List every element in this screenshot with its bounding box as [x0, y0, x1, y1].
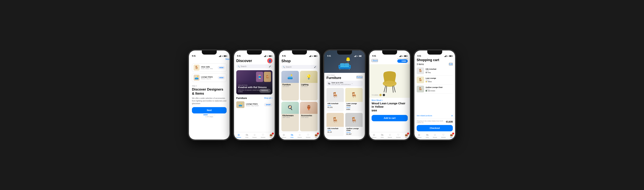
brand-link[interactable]: More Woud > [372, 99, 408, 101]
mic-icon-2: 🎤 [269, 66, 271, 68]
kiki2-chair-img: 🪑 [326, 113, 344, 127]
cart-items-list: 🪑 Kiki Armchair Artek Grey 🪑 [414, 66, 455, 114]
tab-brands-2[interactable]: ☆ Brands [252, 133, 256, 138]
dot-4 [212, 114, 213, 115]
kiki2-brand: Artek [328, 130, 343, 131]
tab-bag-3[interactable]: 👜 2 Bag [314, 133, 318, 138]
outline-name: Outline Lounge Chair [346, 128, 362, 132]
detail-info: More Woud > Woud Lean Lounge Chair in Ye… [369, 98, 410, 114]
designer-name-lounge: Lounge Chairs [201, 76, 216, 78]
time-6: 9:41 [418, 55, 421, 57]
designer-cards: 🪑 Alvar Aalto Artek, Iittala, Vitra VIEW… [192, 63, 226, 82]
view-button-aalto[interactable]: VIEW [218, 66, 225, 69]
show-all-button[interactable]: SHOW ALL [260, 89, 270, 92]
svg-point-5 [384, 81, 395, 86]
bag-badge-2: 2 [272, 133, 274, 134]
tab-wishlist-6[interactable]: ♡ Wishlist [441, 133, 446, 138]
svg-line-3 [386, 86, 387, 92]
tab-brands-5[interactable]: ☆ Brands [388, 133, 392, 138]
collection-card[interactable]: 🧵 🪑 COLLECTION Kvadrat with Raf Simons S… [236, 70, 272, 94]
tab-bag-2[interactable]: 👜 2 Bag [270, 133, 272, 138]
status-bar-4: 9:41 ▲ [324, 50, 365, 57]
category-kitchenware[interactable]: 🍳 Kitchenware 5667 Items [282, 102, 299, 132]
skip-button[interactable]: Skip › [225, 58, 230, 60]
checkout-button[interactable]: Checkout [417, 125, 453, 131]
refine-button[interactable]: Refine [356, 76, 362, 78]
product-card-kiki[interactable]: 🪑 Kiki Armchair Artek €1,151 [326, 88, 344, 112]
product-card-outline[interactable]: 🪑 Outline Lounge Chair Muuto €1,567 [345, 113, 362, 136]
user-avatar-2[interactable]: 👤 [267, 58, 272, 63]
tab-wishlist-5[interactable]: ♡ Wishlist [396, 133, 401, 138]
tab-wishlist-3[interactable]: ♡ Wishlist [306, 133, 310, 138]
tab-shop-6[interactable]: 🛍 Shop [426, 133, 429, 138]
step-label: Step 2 [192, 85, 226, 87]
tab-discover-2[interactable]: ⊙ Discover [236, 133, 241, 138]
shop-button[interactable]: SHOP [264, 103, 272, 106]
dot-2 [208, 114, 210, 115]
tab-shop-5[interactable]: 🛍 Shop [381, 133, 384, 138]
category-furniture[interactable]: 🛋️ Furniture 215 Items [282, 71, 299, 100]
shipping-count: 3 items on [417, 122, 443, 124]
discover-content: Discover 👤 🔍 Search 🎤 🧵 🪑 COLLECTION [234, 57, 275, 132]
colors-row: +3 colors [372, 94, 385, 96]
status-icons-4: ▲ [354, 55, 362, 57]
tab-bar-2: ⊙ Discover 🛍 Shop ☆ Brands ♡ Wishlist 👜 [234, 132, 275, 140]
product-card-kiki2[interactable]: 🪑 Kiki Armchair Artek €1,15 [326, 113, 344, 136]
bag-badge-3: 2 [317, 133, 319, 134]
tab-shop-2[interactable]: 🛍 Shop [246, 133, 248, 138]
color-yellow[interactable] [379, 94, 382, 96]
search-bar-3[interactable]: 🔍 Search 🎤 [282, 65, 318, 69]
status-bar-1: 9:41 ▲ [189, 50, 230, 57]
onboard-description: We offer a wide selection of accessories… [192, 97, 226, 105]
product-card-lean[interactable]: 🪑 Lean Lounge Chair Woud €484 [345, 88, 362, 112]
category-lighting[interactable]: 💡 Lighting 244 Items [300, 71, 318, 100]
list-category-label: 1078 ITEMS [326, 74, 341, 76]
brands-tab-label-5: Brands [388, 137, 392, 138]
category-grid: 🛋️ Furniture 215 Items 💡 Lighting 244 It… [279, 70, 320, 132]
tab-bag-5[interactable]: 👜 2 Bag [405, 133, 408, 138]
search-icon-3: 🔍 [283, 66, 285, 68]
time-4: 9:41 [327, 55, 331, 57]
next-button[interactable]: Next [192, 107, 226, 114]
discover-tab-label-2: Discover [236, 137, 241, 138]
dot-3 [210, 114, 212, 115]
hero-sofa-emoji: 🛋️ [338, 57, 352, 70]
promo-banner[interactable]: % Save up to 20% Use the code: WINTERSAL… [326, 81, 362, 86]
tab-bag-6[interactable]: 👜 3 Bag [450, 133, 453, 138]
signal-bars-2 [264, 55, 266, 57]
tab-wishlist-2[interactable]: ♡ Wishlist [261, 133, 265, 138]
related-products-link[interactable]: See related products ⊞ [414, 114, 455, 118]
tab-shop-3[interactable]: 🛍 Shop [290, 133, 294, 138]
cart-item-kiki: 🪑 Kiki Armchair Artek Grey [417, 66, 453, 76]
tab-discover-6[interactable]: ⊙ Discover [416, 133, 422, 138]
tab-discover-3[interactable]: ⊙ Discover [281, 133, 286, 138]
category-accessories[interactable]: 🏺 Accessories 2125 Items [300, 102, 318, 132]
tab-brands-6[interactable]: ☆ Brands [433, 133, 437, 138]
brands-tab-icon-6: ☆ [434, 133, 436, 136]
wishlist-tab-label-2: Wishlist [261, 137, 265, 138]
view-button-lounge[interactable]: VIEW [218, 76, 225, 79]
onboard-content: Skip › 🪑 Alvar Aalto Artek, Iittala, Vit… [189, 57, 230, 140]
shop-tab-icon-3: 🛍 [291, 133, 293, 136]
phone-onboarding: 9:41 ▲ Skip › [188, 49, 231, 141]
outline-chair-img: 🪑 [345, 113, 362, 127]
bag-tab-label-2: Bag [270, 137, 272, 138]
back-button[interactable]: ‹ Back [372, 59, 378, 62]
list-screen-content: 🛋️ 1078 ITEMS Furniture Refine % [324, 50, 365, 140]
cart-item-name-outline: Outline Lounge Chair [426, 86, 453, 88]
items-count: 3 items [417, 63, 424, 66]
product-price-large: $484 [372, 109, 408, 112]
color-dark[interactable] [382, 94, 385, 96]
shop-all-link[interactable]: Shop all > [264, 97, 272, 99]
tab-discover-5[interactable]: ⊙ Discover [372, 133, 376, 138]
edit-button[interactable]: Edit [449, 63, 453, 66]
kitchenware-img: 🍳 [282, 102, 299, 114]
cart-title: Shopping cart [417, 58, 453, 62]
lean-chair-info: Lean Lounge Chair Woud €484 [345, 102, 362, 112]
status-icons-5: ▲ [399, 55, 407, 57]
status-icons-2: ▲ [264, 55, 272, 57]
add-to-cart-button[interactable]: Add to cart [372, 115, 408, 121]
time-1: 9:41 [192, 55, 196, 57]
search-bar-2[interactable]: 🔍 Search 🎤 [236, 64, 272, 68]
tab-brands-3[interactable]: ☆ Brands [298, 133, 302, 138]
